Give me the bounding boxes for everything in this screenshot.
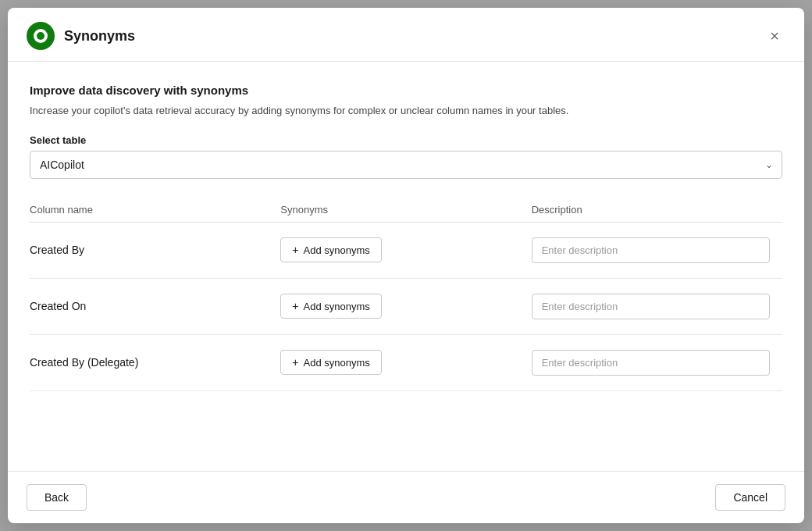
column-name-0: Created By [30, 244, 280, 256]
add-synonyms-label-0: Add synonyms [304, 244, 370, 256]
description-cell-2 [532, 350, 782, 376]
cancel-button[interactable]: Cancel [715, 484, 785, 511]
footer-right: Cancel [715, 484, 785, 511]
plus-icon-2: + [292, 356, 298, 369]
col-header-description: Description [532, 204, 782, 216]
table-rows: Created By + Add synonyms Created On [30, 223, 782, 472]
close-button[interactable]: × [764, 25, 785, 47]
description-cell-1 [532, 294, 782, 319]
section-heading: Improve data discovery with synonyms [30, 84, 782, 97]
add-synonyms-button-0[interactable]: + Add synonyms [280, 237, 381, 262]
col-header-synonyms: Synonyms [280, 204, 531, 216]
modal-body: Improve data discovery with synonyms Inc… [8, 62, 804, 471]
add-synonyms-label-1: Add synonyms [304, 301, 370, 312]
plus-icon-0: + [292, 244, 298, 256]
description-cell-0 [532, 237, 782, 263]
modal-header: Synonyms × [8, 8, 804, 62]
add-synonyms-button-1[interactable]: + Add synonyms [280, 294, 381, 319]
table-row: Created By (Delegate) + Add synonyms [30, 335, 782, 391]
modal-title: Synonyms [64, 28, 135, 45]
table-row: Created By + Add synonyms [30, 223, 782, 279]
table-select[interactable]: AICopilot [30, 151, 782, 179]
modal-footer: Back Cancel [8, 471, 804, 523]
plus-icon-1: + [292, 300, 298, 312]
col-header-column-name: Column name [30, 204, 280, 216]
select-table-wrapper: AICopilot ⌄ [30, 151, 782, 179]
header-left: Synonyms [27, 22, 135, 50]
app-icon [27, 22, 55, 50]
add-synonyms-button-2[interactable]: + Add synonyms [280, 350, 381, 375]
description-input-2[interactable] [532, 350, 770, 376]
description-input-0[interactable] [532, 237, 770, 263]
description-input-1[interactable] [532, 294, 770, 319]
back-button[interactable]: Back [27, 484, 87, 511]
add-synonyms-label-2: Add synonyms [304, 357, 370, 369]
synonyms-cell-0: + Add synonyms [280, 237, 531, 262]
table-row: Created On + Add synonyms [30, 279, 782, 335]
table-header: Column name Synonyms Description [30, 198, 782, 223]
modal-overlay: Synonyms × Improve data discovery with s… [0, 0, 812, 531]
column-name-1: Created On [30, 300, 280, 312]
column-name-2: Created By (Delegate) [30, 356, 280, 369]
synonyms-cell-1: + Add synonyms [280, 294, 531, 319]
app-icon-inner [34, 29, 48, 43]
synonyms-modal: Synonyms × Improve data discovery with s… [8, 8, 804, 523]
synonyms-cell-2: + Add synonyms [280, 350, 531, 375]
select-table-label: Select table [30, 134, 782, 146]
section-description: Increase your copilot's data retrieval a… [30, 103, 782, 119]
footer-left: Back [27, 484, 87, 511]
